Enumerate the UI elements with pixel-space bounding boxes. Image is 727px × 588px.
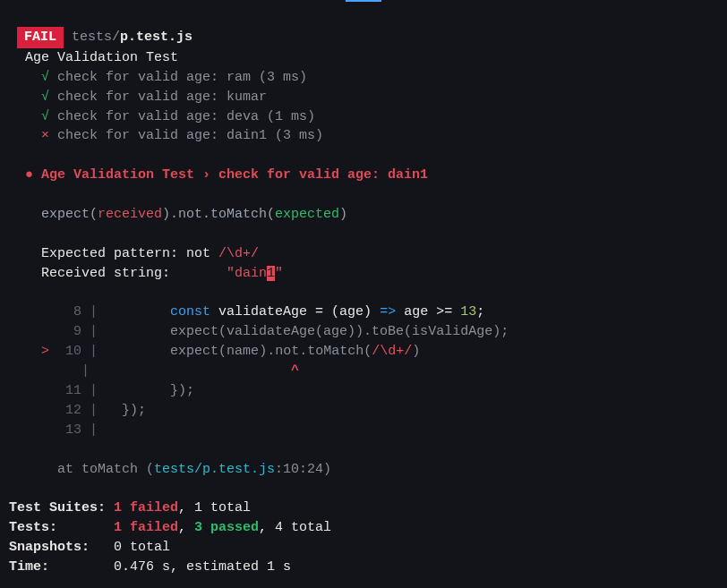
failure-heading: Age Validation Test › check for valid ag… (41, 167, 428, 183)
line-number: 8 (57, 304, 81, 320)
check-line: check for valid age: ram (3 ms) (57, 70, 307, 85)
received-label: Received string: (41, 266, 227, 281)
summary-fail: 1 failed (114, 520, 178, 535)
bullet-icon: ● (25, 167, 33, 183)
code-line: }); (138, 383, 194, 398)
line-number: 13 (57, 422, 81, 438)
stack-trace: at toMatch (tests/p.test.js:10:24) (57, 462, 331, 477)
summary-label: Test Suites: (9, 500, 114, 516)
suite-title: Age Validation Test (25, 50, 178, 65)
check-icon: √ (41, 109, 49, 124)
line-number: 10 (57, 344, 81, 359)
code-line: expect(name).not.toMatch(/\d+/) (170, 344, 420, 359)
expect-line: expect(received).not.toMatch(expected) (41, 207, 347, 222)
expected-label: Expected pattern: not (41, 246, 218, 261)
line-number: 11 (57, 383, 81, 398)
received-value: "dain1" (227, 266, 283, 281)
code-line: expect(validateAge(age)).toBe(isValidAge… (170, 324, 509, 339)
check-line: check for valid age: kumar (57, 89, 267, 105)
summary-fail: 1 failed (114, 500, 178, 516)
line-number: 12 (57, 403, 81, 418)
code-line: }); (122, 403, 146, 418)
summary-label: Time: (9, 559, 114, 575)
summary-label: Tests: (9, 520, 114, 535)
fail-badge: FAIL (17, 27, 64, 48)
check-icon: √ (41, 89, 49, 105)
file-dir: tests/ (72, 30, 120, 45)
file-name: p.test.js (120, 30, 192, 45)
pointer-icon: > (41, 344, 49, 359)
check-line: check for valid age: dain1 (3 ms) (57, 128, 323, 143)
check-line: check for valid age: deva (1 ms) (57, 109, 315, 124)
check-icon: √ (41, 70, 49, 85)
summary-label: Snapshots: (9, 540, 114, 555)
fail-icon: × (41, 128, 49, 143)
line-number: 9 (57, 324, 81, 339)
caret-icon: ^ (291, 363, 299, 379)
summary-pass: 3 passed (194, 520, 259, 535)
terminal-output: FAIL tests/p.test.js Age Validation Test… (0, 21, 727, 583)
expected-value: /\d+/ (218, 246, 259, 261)
